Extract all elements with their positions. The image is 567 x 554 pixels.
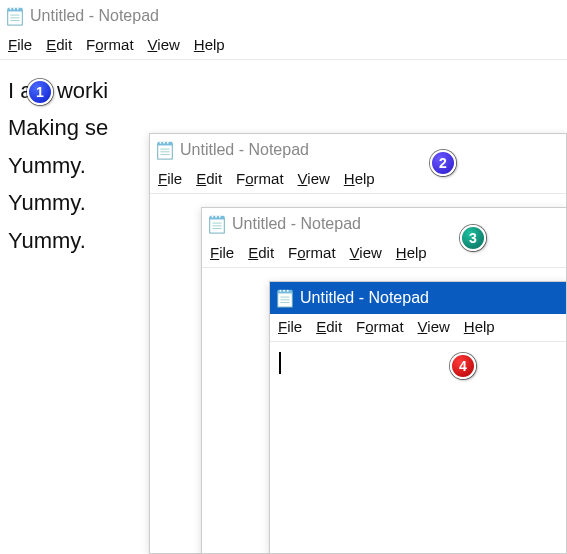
menu-view[interactable]: View [148,36,180,53]
annotation-badge-1: 1 [27,79,53,105]
menubar: File Edit Format View Help [202,240,566,268]
menu-edit[interactable]: Edit [196,170,222,187]
menu-edit[interactable]: Edit [248,244,274,261]
menu-file[interactable]: File [158,170,182,187]
menu-format[interactable]: Format [236,170,284,187]
svg-point-18 [212,216,214,218]
notepad-icon [6,6,24,26]
notepad-window-4[interactable]: Untitled - Notepad File Edit Format View… [269,281,567,554]
menu-format[interactable]: Format [86,36,134,53]
menu-format[interactable]: Format [288,244,336,261]
text-cursor [279,352,281,374]
annotation-badge-3: 3 [460,225,486,251]
notepad-icon [208,214,226,234]
svg-point-19 [215,216,217,218]
svg-point-4 [17,8,19,10]
annotation-badge-4: 4 [450,353,476,379]
menubar: File Edit Format View Help [150,166,566,194]
window-title: Untitled - Notepad [300,289,429,307]
notepad-icon [156,140,174,160]
svg-point-3 [13,8,15,10]
svg-point-26 [280,290,282,292]
svg-point-10 [160,142,162,144]
menu-file[interactable]: File [8,36,32,53]
svg-point-27 [283,290,285,292]
svg-point-28 [287,290,289,292]
notepad-icon [276,288,294,308]
menu-help[interactable]: Help [344,170,375,187]
window-title: Untitled - Notepad [180,141,309,159]
svg-point-11 [163,142,165,144]
menubar: File Edit Format View Help [0,32,567,60]
titlebar[interactable]: Untitled - Notepad [270,282,566,314]
svg-point-20 [219,216,221,218]
svg-point-12 [167,142,169,144]
menu-help[interactable]: Help [464,318,495,335]
menu-edit[interactable]: Edit [316,318,342,335]
menu-help[interactable]: Help [396,244,427,261]
titlebar[interactable]: Untitled - Notepad [0,0,567,32]
menubar: File Edit Format View Help [270,314,566,342]
titlebar[interactable]: Untitled - Notepad [150,134,566,166]
menu-help[interactable]: Help [194,36,225,53]
svg-point-2 [10,8,12,10]
window-title: Untitled - Notepad [232,215,361,233]
menu-format[interactable]: Format [356,318,404,335]
menu-file[interactable]: File [278,318,302,335]
menu-view[interactable]: View [350,244,382,261]
menu-view[interactable]: View [298,170,330,187]
annotation-badge-2: 2 [430,150,456,176]
menu-view[interactable]: View [418,318,450,335]
window-title: Untitled - Notepad [30,7,159,25]
menu-file[interactable]: File [210,244,234,261]
titlebar[interactable]: Untitled - Notepad [202,208,566,240]
menu-edit[interactable]: Edit [46,36,72,53]
editor-content[interactable] [270,342,566,474]
